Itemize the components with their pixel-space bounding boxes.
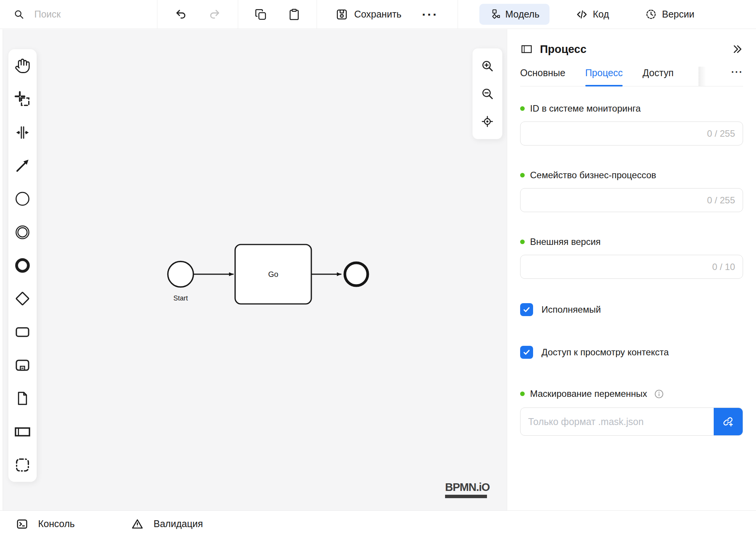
tab-model[interactable]: Модель xyxy=(479,4,549,25)
variable-masking-field: Маскирование переменных xyxy=(520,388,743,436)
subprocess-icon[interactable] xyxy=(8,355,37,376)
redo-icon xyxy=(208,8,221,21)
validation-label: Валидация xyxy=(154,518,203,529)
tab-versions[interactable]: Версии xyxy=(636,4,704,25)
required-dot xyxy=(520,106,525,111)
monitoring-id-label: ID в системе мониторинга xyxy=(530,103,641,114)
save-button[interactable]: Сохранить xyxy=(336,8,401,21)
tab-model-label: Модель xyxy=(505,9,540,20)
bottom-bar: Консоль Валидация xyxy=(0,510,756,537)
executable-label: Исполняемый xyxy=(541,304,601,315)
hand-tool-icon[interactable] xyxy=(8,55,37,77)
zoom-out-icon xyxy=(481,87,494,100)
add-link-icon xyxy=(722,416,734,427)
bpmn-io-logo-bar xyxy=(445,495,487,498)
external-version-input[interactable] xyxy=(521,255,743,278)
mask-file-input[interactable] xyxy=(521,408,714,435)
lasso-tool-icon[interactable] xyxy=(8,88,37,110)
process-family-field: Семейство бизнес-процессов 0 / 255 xyxy=(520,170,743,212)
main-area: Start Go xyxy=(0,29,756,510)
check-icon xyxy=(522,348,531,356)
tab-versions-label: Версии xyxy=(662,9,694,20)
save-icon xyxy=(336,8,348,21)
zoom-in-icon xyxy=(481,59,494,72)
bpmn-editor: Сохранить ··· Модель Код Версии xyxy=(0,0,756,537)
external-version-label: Внешняя версия xyxy=(530,237,601,247)
start-event-label: Start xyxy=(173,294,188,302)
properties-panel: Процесс Основные Процесс Доступ ··· ID в… xyxy=(507,29,756,510)
zoom-in-button[interactable] xyxy=(477,56,497,76)
bpmn-diagram: Start Go xyxy=(0,29,507,510)
more-actions-button[interactable]: ··· xyxy=(421,6,439,23)
group-icon[interactable] xyxy=(8,454,37,476)
zoom-out-button[interactable] xyxy=(477,84,497,104)
task-icon[interactable] xyxy=(8,321,37,343)
collapse-panel-button[interactable] xyxy=(726,41,743,58)
copy-icon xyxy=(255,8,267,21)
external-version-field: Внешняя версия 0 / 10 xyxy=(520,237,743,279)
space-tool-icon[interactable] xyxy=(8,122,37,143)
search-icon xyxy=(14,9,24,20)
process-pool-icon xyxy=(520,43,533,55)
zoom-reset-button[interactable] xyxy=(477,112,497,131)
top-toolbar: Сохранить ··· Модель Код Версии xyxy=(0,0,756,29)
redo-button[interactable] xyxy=(206,6,223,23)
start-event-shape[interactable] xyxy=(168,262,194,287)
required-dot xyxy=(520,392,525,396)
undo-button[interactable] xyxy=(172,6,190,23)
validation-button[interactable]: Валидация xyxy=(131,518,203,530)
monitoring-id-input[interactable] xyxy=(521,122,743,145)
attach-mask-button[interactable] xyxy=(714,408,743,435)
save-section: Сохранить ··· xyxy=(317,0,458,29)
canvas[interactable]: Start Go xyxy=(0,29,507,510)
context-access-checkbox[interactable] xyxy=(520,346,533,359)
paste-button[interactable] xyxy=(285,6,303,23)
gateway-icon[interactable] xyxy=(8,288,37,309)
history-section xyxy=(157,0,238,29)
console-button[interactable]: Консоль xyxy=(16,518,75,530)
save-label: Сохранить xyxy=(354,9,401,20)
console-label: Консоль xyxy=(38,518,75,529)
undo-icon xyxy=(175,8,187,21)
chevrons-right-icon xyxy=(732,43,743,55)
bpmn-io-watermark: BPMN.iO xyxy=(445,481,490,498)
search-section xyxy=(0,0,157,29)
tab-general[interactable]: Основные xyxy=(520,67,565,86)
search-input[interactable] xyxy=(34,9,130,20)
intermediate-event-icon[interactable] xyxy=(8,222,37,243)
tab-process[interactable]: Процесс xyxy=(585,67,623,86)
terminal-icon xyxy=(16,518,28,530)
properties-header: Процесс xyxy=(520,41,743,58)
process-family-label: Семейство бизнес-процессов xyxy=(530,170,656,181)
variable-masking-label: Маскирование переменных xyxy=(530,388,647,399)
executable-row: Исполняемый xyxy=(520,303,743,316)
check-icon xyxy=(522,305,531,314)
required-dot xyxy=(520,173,525,177)
properties-body: ID в системе мониторинга 0 / 255 Семейст… xyxy=(520,86,743,436)
end-event-icon[interactable] xyxy=(8,255,37,276)
start-event-icon[interactable] xyxy=(8,188,37,209)
tab-access[interactable]: Доступ xyxy=(642,67,673,86)
view-switcher: Модель Код Версии xyxy=(458,0,756,29)
tab-code[interactable]: Код xyxy=(566,4,619,25)
participant-icon[interactable] xyxy=(8,421,37,443)
code-icon xyxy=(576,9,588,20)
warning-icon xyxy=(131,518,144,530)
center-target-icon xyxy=(481,115,494,128)
executable-checkbox[interactable] xyxy=(520,303,533,316)
context-access-row: Доступ к просмотру контекста xyxy=(520,346,743,359)
model-icon xyxy=(489,9,500,20)
info-icon[interactable] xyxy=(654,389,664,399)
tab-code-label: Код xyxy=(593,9,609,20)
clipboard-section xyxy=(238,0,317,29)
process-family-input[interactable] xyxy=(521,189,743,212)
copy-button[interactable] xyxy=(252,6,269,23)
global-connect-tool-icon[interactable] xyxy=(8,155,37,176)
end-event-shape[interactable] xyxy=(345,263,368,286)
zoom-controls xyxy=(472,48,502,139)
versions-icon xyxy=(645,9,657,20)
tab-more[interactable]: ··· xyxy=(731,67,743,86)
data-object-icon[interactable] xyxy=(8,388,37,409)
element-palette xyxy=(8,49,37,482)
panel-title: Процесс xyxy=(540,43,719,56)
